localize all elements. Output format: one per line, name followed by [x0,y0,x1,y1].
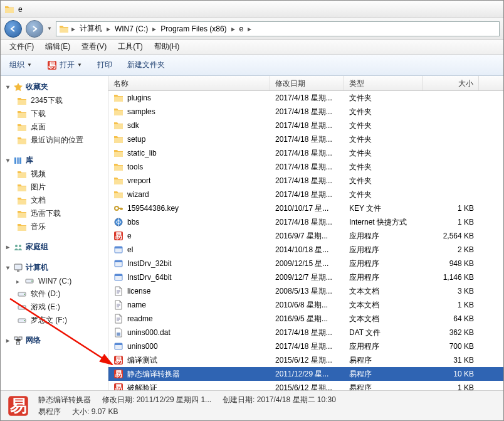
file-date: 2017/4/18 星期... [270,148,344,159]
status-name: 静态编译转换器 [38,395,91,405]
collapse-icon[interactable]: ▾ [4,157,11,164]
file-size: 64 KB [423,314,479,323]
file-date: 2015/6/12 星期... [270,383,344,391]
col-type[interactable]: 类型 [344,76,423,90]
tree-item[interactable]: 迅雷下载 [3,207,105,220]
folder-icon [113,176,123,186]
tree-drive[interactable]: 软件 (D:) [3,287,105,301]
tree-item[interactable]: 视频 [3,168,105,181]
expand-icon[interactable]: ▸ [14,278,21,285]
tree-item[interactable]: 音乐 [3,220,105,233]
e-icon [113,383,123,390]
tree-favorites[interactable]: ▾收藏夹 [3,80,105,94]
tree-libraries[interactable]: ▾库 [3,153,105,168]
tree-computer[interactable]: ▾计算机 [3,260,105,275]
file-row[interactable]: 159544386.key2010/10/17 星...KEY 文件1 KB [108,201,503,215]
address-bar[interactable]: ▸ 计算机 ▸ WIN7 (C:) ▸ Program Files (x86) … [56,21,500,36]
folder-icon [113,148,123,158]
text-icon [113,300,123,310]
file-row[interactable]: bbs2017/4/18 星期...Internet 快捷方式1 KB [108,215,503,229]
e-icon [113,231,123,241]
tree-item[interactable]: 图片 [3,181,105,194]
tree-network[interactable]: ▸网络 [3,333,105,348]
tree-item[interactable]: 文档 [3,194,105,207]
chevron-right-icon[interactable]: ▸ [248,24,251,33]
file-type: 易程序 [344,383,423,391]
file-row[interactable]: license2008/5/13 星期...文本文档3 KB [108,284,503,298]
file-date: 2017/4/18 星期... [270,189,344,200]
tree-drive[interactable]: 罗志文 (F:) [3,314,105,327]
breadcrumb-program-files[interactable]: Program Files (x86) [159,24,228,34]
file-date: 2017/4/18 星期... [270,93,344,104]
computer-icon [13,263,23,273]
tree-item-label: WIN7 (C:) [38,277,71,285]
file-row[interactable]: samples2017/4/18 星期...文件夹 [108,105,503,119]
menu-file[interactable]: 文件(F) [4,40,39,54]
file-row[interactable]: plugins2017/4/18 星期...文件夹 [108,91,503,105]
file-row[interactable]: tools2017/4/18 星期...文件夹 [108,160,503,174]
tree-item[interactable]: 下载 [3,107,105,120]
file-row[interactable]: static_lib2017/4/18 星期...文件夹 [108,146,503,160]
new-folder-button[interactable]: 新建文件夹 [123,57,169,73]
file-row[interactable]: el2014/10/18 星...应用程序2 KB [108,243,503,257]
file-type: 文件夹 [344,189,423,200]
file-row[interactable]: e2016/9/7 星期...应用程序2,564 KB [108,229,503,243]
file-name: setup [127,135,145,144]
menu-view[interactable]: 查看(V) [76,40,112,54]
col-size[interactable]: 大小 [423,76,479,90]
menu-tools[interactable]: 工具(T) [113,40,147,54]
back-button[interactable] [4,20,22,38]
file-row[interactable]: vreport2017/4/18 星期...文件夹 [108,174,503,188]
tree-drive[interactable]: ▸WIN7 (C:) [3,275,105,287]
col-name[interactable]: 名称 [108,76,270,90]
chevron-down-icon: ▼ [77,62,82,68]
breadcrumb-e[interactable]: e [238,24,246,34]
file-name: 编译测试 [127,355,157,366]
file-row[interactable]: unins0002017/4/18 星期...应用程序700 KB [108,339,503,353]
collapse-icon[interactable]: ▾ [4,83,11,90]
file-date: 2017/4/18 星期... [270,134,344,145]
file-row[interactable]: InstDrv_32bit2009/12/15 星...应用程序948 KB [108,257,503,270]
col-date[interactable]: 修改日期 [270,76,344,90]
window-title: e [18,5,23,14]
file-row[interactable]: setup2017/4/18 星期...文件夹 [108,132,503,146]
breadcrumb-win7-c[interactable]: WIN7 (C:) [113,24,150,34]
tree-item[interactable]: 桌面 [3,120,105,134]
title-bar: e [1,1,503,18]
chevron-right-icon[interactable]: ▸ [152,24,156,33]
chevron-right-icon[interactable]: ▸ [71,24,75,33]
chevron-right-icon[interactable]: ▸ [107,24,110,33]
breadcrumb-computer[interactable]: 计算机 [78,23,104,35]
print-button[interactable]: 打印 [93,57,116,73]
tree-drive[interactable]: 游戏 (E:) [3,301,105,314]
history-dropdown-icon[interactable]: ▼ [47,26,52,31]
expand-icon[interactable]: ▸ [4,243,11,250]
file-row[interactable]: name2010/6/8 星期...文本文档1 KB [108,298,503,312]
file-rows[interactable]: plugins2017/4/18 星期...文件夹samples2017/4/1… [108,91,503,390]
folder-icon [113,120,123,131]
tree-item-label: 软件 (D:) [31,289,60,299]
file-row[interactable]: unins000.dat2017/4/18 星期...DAT 文件362 KB [108,326,503,339]
file-row[interactable]: 编译测试2015/6/12 星期...易程序31 KB [108,353,503,367]
collapse-icon[interactable]: ▾ [4,264,11,271]
file-type: 应用程序 [344,258,423,269]
folder-icon [113,189,123,200]
file-row[interactable]: readme2016/9/5 星期...文本文档64 KB [108,312,503,326]
tree-item[interactable]: 2345下载 [3,94,105,107]
file-row[interactable]: wizard2017/4/18 星期...文件夹 [108,188,503,201]
menu-help[interactable]: 帮助(H) [149,40,185,54]
file-row[interactable]: 静态编译转换器2011/12/29 星...易程序10 KB [108,367,503,381]
menu-edit[interactable]: 编辑(E) [40,40,75,54]
forward-button[interactable] [26,20,43,38]
chevron-right-icon[interactable]: ▸ [231,24,235,33]
open-button[interactable]: 打开 ▼ [43,57,86,73]
nav-tree[interactable]: ▾收藏夹 2345下载下载桌面最近访问的位置 ▾库 视频图片文档迅雷下载音乐 ▸… [1,76,108,390]
organize-button[interactable]: 组织 ▼ [6,57,36,73]
expand-icon[interactable]: ▸ [4,337,11,344]
tree-homegroup[interactable]: ▸家庭组 [3,240,105,254]
file-row[interactable]: 破解验证2015/6/12 星期...易程序1 KB [108,381,503,390]
file-size: 948 KB [423,259,479,268]
file-row[interactable]: InstDrv_64bit2009/12/7 星期...应用程序1,146 KB [108,270,503,284]
tree-item[interactable]: 最近访问的位置 [3,134,105,147]
file-row[interactable]: sdk2017/4/18 星期...文件夹 [108,119,503,132]
